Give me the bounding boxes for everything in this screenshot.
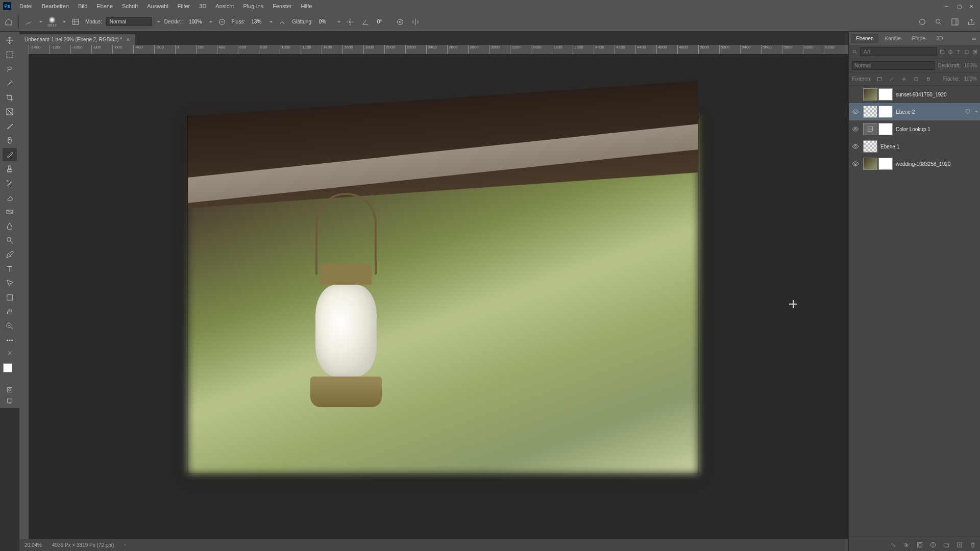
angle-value[interactable]: 0° [375,18,390,26]
history-brush-tool[interactable] [3,177,17,190]
document-dimensions[interactable]: 4936 Px × 3319 Px (72 ppi) [52,542,114,548]
link-layers-icon[interactable] [889,541,897,549]
shape-tool[interactable] [3,291,17,304]
fill-value[interactable]: 100% [964,76,977,82]
cloud-docs-icon[interactable] [917,16,928,28]
ruler-origin[interactable] [19,45,29,54]
layer-thumb[interactable] [863,158,877,170]
visibility-toggle[interactable] [851,108,860,115]
visibility-toggle[interactable] [851,126,860,133]
delete-layer-icon[interactable] [969,541,977,549]
screen-mode-icon[interactable] [5,396,15,406]
tab-paths[interactable]: Pfade [907,34,930,43]
flow-value[interactable]: 13% [249,18,264,26]
chevron-down-icon[interactable] [337,21,340,23]
status-menu-icon[interactable]: › [124,542,126,547]
layer-mask-thumb[interactable] [878,158,893,170]
menu-plugins[interactable]: Plug-ins [239,0,267,12]
layer-mask-thumb[interactable] [878,106,893,118]
filter-shape-icon[interactable] [964,48,970,56]
chevron-down-icon[interactable] [157,21,160,23]
tab-channels[interactable]: Kanäle [879,34,905,43]
layer-name[interactable]: wedding-1083258_1920 [896,161,978,167]
healing-tool[interactable] [3,134,17,147]
menu-filter[interactable]: Filter [174,0,194,12]
lock-artboard-icon[interactable] [912,75,920,83]
maximize-button[interactable]: ▢ [955,3,963,10]
tool-preset-icon[interactable] [23,16,34,28]
adjustment-thumb[interactable] [863,123,877,135]
layer-row[interactable]: Color Lookup 1 [849,120,980,138]
magic-wand-tool[interactable] [3,77,17,90]
zoom-tool[interactable] [3,319,17,333]
menu-image[interactable]: Bild [74,0,91,12]
document-canvas[interactable] [188,116,698,473]
symmetry-icon[interactable] [410,16,421,28]
layer-mask-thumb[interactable] [878,88,893,101]
minimize-button[interactable]: ─ [943,3,950,10]
layer-row[interactable]: sunset-6041750_1920 [849,86,980,103]
horizontal-ruler[interactable]: -1400-1200-1000-800-600-400-200020040060… [29,45,848,54]
menu-view[interactable]: Ansicht [211,0,238,12]
edit-toolbar-icon[interactable] [5,348,15,358]
foreground-color[interactable] [3,363,12,372]
angle-icon[interactable] [360,16,371,28]
layer-blend-mode[interactable]: Normal [852,61,935,70]
layer-style-icon[interactable] [902,541,911,549]
chevron-down-icon[interactable] [270,21,273,23]
pressure-size-icon[interactable] [395,16,406,28]
filter-pixel-icon[interactable] [939,48,945,56]
chevron-down-icon[interactable] [975,111,978,113]
menu-edit[interactable]: Bearbeiten [38,0,73,12]
search-icon[interactable] [933,16,944,28]
dodge-tool[interactable] [3,234,17,247]
lock-all-icon[interactable] [924,75,933,83]
type-tool[interactable] [3,262,17,276]
lock-transparent-icon[interactable] [875,75,884,83]
eraser-tool[interactable] [3,191,17,204]
brush-panel-icon[interactable] [70,16,81,28]
airbrush-icon[interactable] [277,16,288,28]
frame-tool[interactable] [3,105,17,118]
move-tool[interactable] [3,34,17,47]
layer-row[interactable]: Ebene 2 [849,103,980,120]
close-tab-icon[interactable]: ✕ [126,37,130,42]
menu-window[interactable]: Fenster [268,0,296,12]
lock-pixels-icon[interactable] [888,75,896,83]
brush-tool[interactable] [3,148,17,161]
new-group-icon[interactable] [942,541,950,549]
close-button[interactable]: ✕ [968,3,975,10]
menu-type[interactable]: Schrift [118,0,142,12]
pressure-opacity-icon[interactable] [216,16,228,28]
document-tab[interactable]: Unbenannt-1 bei 20% (Ebene 2, RGB/8#) * … [19,34,135,45]
add-mask-icon[interactable] [916,541,924,549]
quick-mask-icon[interactable] [5,385,15,395]
layer-mask-thumb[interactable] [878,123,893,135]
more-tools[interactable] [3,334,17,347]
chevron-down-icon[interactable] [39,21,42,23]
tab-layers[interactable]: Ebenen [851,34,878,43]
hand-tool[interactable] [3,305,17,318]
layer-opacity-value[interactable]: 100% [964,63,977,68]
stamp-tool[interactable] [3,162,17,176]
opacity-value[interactable]: 100% [187,18,204,26]
brush-preview[interactable]: 3017 [46,16,58,28]
lock-position-icon[interactable] [900,75,908,83]
pen-tool[interactable] [3,248,17,261]
filter-badge-icon[interactable] [965,108,971,115]
eyedropper-tool[interactable] [3,119,17,133]
crop-tool[interactable] [3,91,17,104]
filter-adjust-icon[interactable] [947,48,953,56]
visibility-toggle[interactable] [851,160,860,167]
layer-thumb[interactable] [863,106,877,118]
zoom-level[interactable]: 20,04% [24,542,42,548]
visibility-toggle[interactable] [851,143,860,150]
menu-layer[interactable]: Ebene [92,0,117,12]
new-layer-icon[interactable] [955,541,964,549]
color-swatch[interactable] [3,363,16,377]
chevron-down-icon[interactable] [63,21,66,23]
smoothing-value[interactable]: 0% [317,18,332,26]
layer-row[interactable]: wedding-1083258_1920 [849,155,980,172]
panel-menu-icon[interactable] [970,34,978,42]
layer-filter-input[interactable] [860,47,937,56]
